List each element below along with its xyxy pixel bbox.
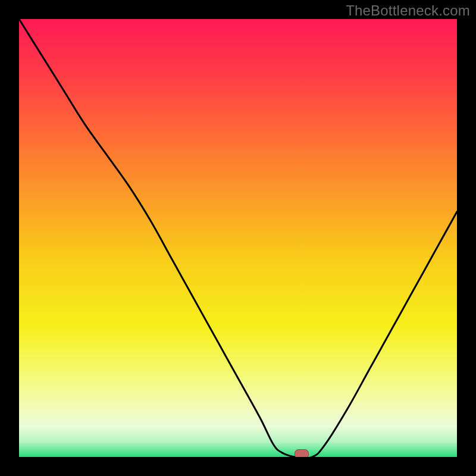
watermark-text: TheBottleneck.com: [346, 2, 470, 19]
gradient-background: [19, 19, 457, 457]
optimal-marker: [295, 449, 309, 457]
plot-area: [19, 19, 457, 457]
chart-frame: TheBottleneck.com: [0, 0, 476, 476]
